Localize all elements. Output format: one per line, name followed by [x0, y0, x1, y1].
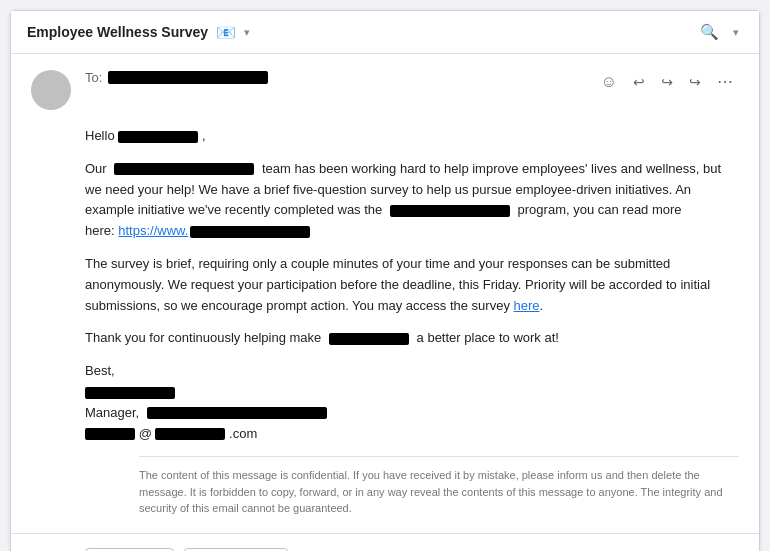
confidential-notice: The content of this message is confident… — [139, 456, 739, 517]
reply-icon[interactable]: ↩ — [629, 72, 649, 92]
forward-icon[interactable]: ↪ — [685, 72, 705, 92]
email-subject: Employee Wellness Survey — [27, 24, 208, 40]
program-name-redacted — [390, 205, 510, 217]
greeting-text: Hello — [85, 128, 115, 143]
meta-actions: ☺ ↩ ↩ ↪ ⋯ — [597, 70, 739, 93]
emoji-reaction-icon[interactable]: ☺ — [597, 71, 621, 93]
sig-company-redacted — [147, 407, 327, 419]
email-dotcom: .com — [229, 426, 257, 441]
envelope-icon: 📧 — [216, 23, 236, 42]
para1-program: program, you can read more — [518, 202, 682, 217]
para1-here: here: — [85, 223, 115, 238]
para3-pre: Thank you for continuously helping make — [85, 330, 321, 345]
para2-text: The survey is brief, requiring only a co… — [85, 256, 710, 313]
company-name-redacted — [329, 333, 409, 345]
to-line: To: — [85, 70, 597, 85]
recipient-name-redacted — [118, 131, 198, 143]
here-link-text: here — [514, 298, 540, 313]
to-label: To: — [85, 70, 102, 85]
header-right: 🔍 ▾ — [696, 21, 743, 43]
sig-email-user-redacted — [85, 428, 135, 440]
paragraph-2: The survey is brief, requiring only a co… — [85, 254, 739, 316]
search-icon[interactable]: 🔍 — [696, 21, 723, 43]
link-prefix: https://www. — [118, 223, 188, 238]
sig-name-redacted — [85, 387, 175, 399]
sig-email-domain-redacted — [155, 428, 225, 440]
manager-label: Manager, — [85, 405, 139, 420]
email-at: @ — [139, 426, 152, 441]
dropdown-icon[interactable]: ▾ — [244, 26, 250, 39]
email-body: To: ☺ ↩ ↩ ↪ ⋯ Hello , Our — [11, 54, 759, 533]
reply-all-icon[interactable]: ↩ — [657, 72, 677, 92]
paragraph-3: Thank you for continuously helping make … — [85, 328, 739, 349]
email-meta: To: ☺ ↩ ↩ ↪ ⋯ — [31, 70, 739, 110]
email-client: Employee Wellness Survey 📧 ▾ 🔍 ▾ To: ☺ ↩… — [10, 10, 760, 551]
email-content: Hello , Our team has been working hard t… — [85, 126, 739, 517]
survey-here-link[interactable]: here — [514, 298, 540, 313]
meta-info: To: — [85, 70, 597, 87]
para1-our: Our — [85, 161, 107, 176]
para3-post: a better place to work at! — [417, 330, 559, 345]
url-redacted — [190, 226, 310, 238]
closing-text: Best, — [85, 363, 115, 378]
recipient-redacted — [108, 71, 268, 84]
more-options-icon[interactable]: ⋯ — [713, 70, 739, 93]
greeting-paragraph: Hello , — [85, 126, 739, 147]
header-left: Employee Wellness Survey 📧 ▾ — [27, 23, 250, 42]
team-name-redacted — [114, 163, 254, 175]
greeting-comma: , — [202, 128, 206, 143]
signature: Best, Manager, @ .com — [85, 361, 739, 444]
search-dropdown-icon[interactable]: ▾ — [729, 24, 743, 41]
action-buttons: ↩ Reply ↪ Forward — [11, 533, 759, 551]
confidential-text: The content of this message is confident… — [139, 469, 723, 514]
url-link[interactable]: https://www. — [118, 223, 310, 238]
paragraph-1: Our team has been working hard to help i… — [85, 159, 739, 242]
header-bar: Employee Wellness Survey 📧 ▾ 🔍 ▾ — [11, 11, 759, 54]
avatar — [31, 70, 71, 110]
